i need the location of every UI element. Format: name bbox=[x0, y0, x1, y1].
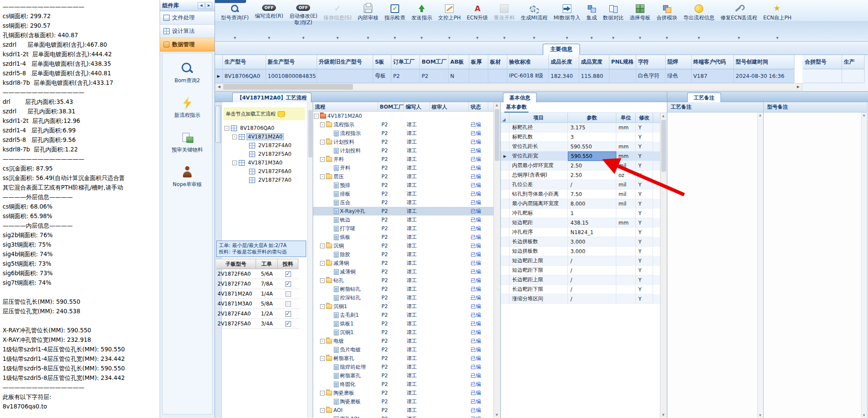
feed-checkbox[interactable] bbox=[278, 291, 298, 297]
grid-column-header[interactable]: 终端客户代码 bbox=[692, 55, 734, 69]
dropdown-caret-icon[interactable]: ▼ bbox=[738, 35, 740, 40]
param-row[interactable]: 内层最小焊环宽度 2.50 mil Y bbox=[501, 161, 667, 170]
tab-process-remarks[interactable]: 工艺备注 bbox=[687, 93, 721, 103]
flow-row[interactable]: 铣边 P2 谭工 已编 bbox=[313, 215, 493, 224]
grid-column-header[interactable]: BOM工厂 bbox=[420, 55, 448, 69]
subboard-row[interactable]: 2V1872F4A0 1/2A bbox=[216, 309, 299, 319]
tree-expander-icon[interactable]: - bbox=[320, 140, 325, 145]
param-value[interactable]: / bbox=[568, 294, 616, 304]
toolbar-button[interactable]: 内部审核 ▼ bbox=[355, 4, 381, 40]
flow-row[interactable]: 控深钻孔 P2 谭工 已编 bbox=[313, 293, 493, 302]
model-tree-node[interactable]: 2V1872F4A0 bbox=[224, 141, 307, 150]
grid-horizontal-scrollbar[interactable]: ◀ ▶ bbox=[215, 83, 802, 90]
toolbar-button[interactable]: 导出流程信息 ▼ bbox=[681, 4, 717, 40]
grid-column-header[interactable]: S板 bbox=[373, 55, 391, 69]
dropdown-caret-icon[interactable]: ▼ bbox=[533, 35, 535, 40]
grid-selected-row[interactable]: 8V18706QA0 10010800084835 母板 P2 P2 N bbox=[215, 69, 802, 83]
sidebar-item[interactable]: 数据管理 bbox=[160, 38, 215, 51]
param-value[interactable]: / bbox=[568, 275, 616, 285]
param-value[interactable]: / bbox=[568, 180, 616, 190]
param-row[interactable]: 冲孔靶标 1 Y bbox=[501, 209, 667, 218]
tree-expander-icon[interactable]: - bbox=[224, 126, 229, 131]
toolbar-button[interactable]: 集成 ▼ bbox=[584, 4, 599, 40]
collapse-right-icon[interactable]: ▶ bbox=[205, 2, 212, 9]
param-row[interactable]: 长边靶距下限 / Y bbox=[501, 285, 667, 294]
model-tree-node[interactable]: 2V1872F7A0 bbox=[224, 176, 307, 184]
grid-column-header[interactable]: 成品长度 bbox=[549, 55, 579, 69]
grid-column-header[interactable]: 型号创建时间 bbox=[734, 55, 794, 69]
flow-row[interactable]: 塞孔AOI P2 谭工 已编 bbox=[313, 415, 493, 418]
flow-row[interactable]: 树脂塞孔 P2 谭工 已编 bbox=[313, 371, 493, 380]
grid-column-header[interactable]: 升级前旧生产型号 bbox=[317, 55, 373, 69]
tree-expander-icon[interactable]: - bbox=[320, 122, 325, 127]
tree-expander-icon[interactable]: - bbox=[320, 244, 325, 248]
grid-column-header[interactable]: 板材 bbox=[488, 55, 507, 69]
off-toggle[interactable]: OFF bbox=[296, 5, 310, 11]
dropdown-caret-icon[interactable]: ▼ bbox=[566, 35, 568, 40]
param-value[interactable]: 590.550 bbox=[568, 151, 616, 161]
flow-row[interactable]: 打字唛 P2 谭工 已编 bbox=[313, 224, 493, 233]
flow-row[interactable]: 开料 P2 谭工 已编 bbox=[313, 164, 493, 172]
subboard-row[interactable]: 4V1871M2A0 1/4A bbox=[216, 289, 299, 299]
flow-row[interactable]: 压合 P2 谭工 已编 bbox=[313, 198, 493, 207]
param-row[interactable]: 钻孔到导体最小距离 7.50 mil Y bbox=[501, 190, 667, 199]
subboard-row[interactable]: 2V1872F5A0 3/4A bbox=[216, 319, 299, 329]
flow-row[interactable]: - 4V1871M2A0 bbox=[313, 112, 493, 120]
param-value[interactable]: N1824_1 bbox=[568, 228, 616, 237]
tree-expander-icon[interactable]: - bbox=[320, 261, 325, 266]
param-value[interactable]: / bbox=[568, 285, 616, 294]
flow-row[interactable]: 陶瓷磨板 P2 谭工 已编 bbox=[313, 397, 493, 406]
feed-checkbox[interactable] bbox=[278, 271, 298, 277]
flow-column-header[interactable]: 状态 bbox=[469, 102, 488, 112]
sidebar-tool[interactable]: Bom查询2 bbox=[163, 62, 212, 84]
feed-checkbox[interactable] bbox=[278, 321, 298, 327]
flow-row[interactable]: 计划投料 P2 谭工 已编 bbox=[313, 146, 493, 155]
param-row[interactable]: 最小内层隔离环宽度 8.000 mil Y bbox=[501, 199, 667, 209]
dropdown-caret-icon[interactable]: ▼ bbox=[590, 35, 593, 40]
params-column-header[interactable]: 修改 bbox=[636, 113, 653, 123]
flow-row[interactable]: - 树脂塞孔 P2 谭工 已编 bbox=[313, 354, 493, 363]
param-row[interactable]: 长边靶距上限 / Y bbox=[501, 275, 667, 285]
param-value[interactable]: 3.175 bbox=[568, 123, 616, 132]
grid-column-header[interactable]: 验收标准 bbox=[507, 55, 549, 69]
toolbar-button[interactable]: 选择母板 ▼ bbox=[627, 4, 653, 40]
flow-row[interactable]: - 陶瓷磨板 P2 谭工 已编 bbox=[313, 389, 493, 397]
param-value[interactable]: 590.550 bbox=[568, 142, 616, 151]
flow-row[interactable]: - 钻孔 P2 谭工 已编 bbox=[313, 276, 493, 285]
flow-row[interactable]: 除胶 P2 谭工 已编 bbox=[313, 250, 493, 259]
subboard-row[interactable]: 2V1872F6A0 5/6A bbox=[216, 269, 299, 279]
flow-row[interactable]: - 计划投料 P2 谭工 已编 bbox=[313, 138, 493, 146]
flow-row[interactable]: - AOI P2 谭工 已编 bbox=[313, 406, 493, 415]
grid-column-header[interactable]: PNL规格 bbox=[609, 55, 636, 69]
param-value[interactable]: 2.50 bbox=[568, 161, 616, 170]
scroll-right-icon[interactable]: ▶ bbox=[794, 84, 802, 90]
tree-expander-icon[interactable]: - bbox=[320, 391, 325, 395]
model-tree-node[interactable]: - 4V1871M2A0 bbox=[224, 132, 307, 141]
panel-side-tab[interactable] bbox=[215, 106, 221, 143]
param-row[interactable]: 涨缩分堆区间 / Y bbox=[501, 294, 667, 304]
flow-row[interactable]: 阻焊前处理 P2 谭工 已编 bbox=[313, 363, 493, 371]
dropdown-caret-icon[interactable]: ▼ bbox=[666, 35, 668, 40]
scrollbar-thumb[interactable] bbox=[495, 109, 500, 161]
dropdown-caret-icon[interactable]: ▼ bbox=[234, 35, 236, 40]
toolbar-button[interactable]: 保存信息(S) ▼ bbox=[321, 4, 354, 40]
flow-row[interactable]: 沉铜1 P2 谭工 已编 bbox=[313, 328, 493, 337]
sidebar-tool[interactable]: 新流程指示 bbox=[163, 96, 212, 119]
dropdown-caret-icon[interactable]: ▼ bbox=[336, 35, 339, 40]
sidebar-item[interactable]: 文件处理 bbox=[160, 11, 215, 25]
sidebar-tool[interactable]: Nope单审核 bbox=[163, 166, 212, 188]
toolbar-button[interactable]: 型号查询(F) ▼ bbox=[218, 4, 251, 40]
tree-expander-icon[interactable]: - bbox=[320, 174, 325, 179]
scrollbar-thumb[interactable] bbox=[661, 120, 666, 172]
remarks-scrollbar[interactable] bbox=[861, 113, 867, 418]
grid-column-header[interactable]: 新生产型号 bbox=[266, 55, 317, 69]
tab-main-info[interactable]: 主要信息 bbox=[543, 44, 580, 55]
param-row[interactable]: 短边靶距下限 / Y bbox=[501, 266, 667, 275]
remarks-section[interactable]: 型号备注 bbox=[764, 102, 868, 418]
toolbar-button[interactable]: 生成MI流程 ▼ bbox=[518, 4, 550, 40]
param-row[interactable]: 短边靶距 438.15 mm Y bbox=[501, 218, 667, 228]
flow-row[interactable]: 预排 P2 谭工 已编 bbox=[313, 181, 493, 190]
dropdown-caret-icon[interactable]: ▼ bbox=[420, 35, 423, 40]
subboard-row[interactable]: 2V1872F7A0 7/8A bbox=[216, 279, 299, 289]
tree-expander-icon[interactable]: - bbox=[232, 161, 237, 165]
